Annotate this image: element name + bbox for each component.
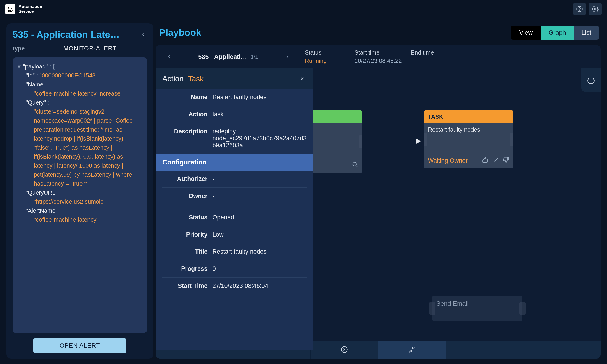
start-time-value: 10/27/23 08:45:22 xyxy=(355,57,402,65)
open-alert-button[interactable]: OPEN ALERT xyxy=(33,338,126,353)
svg-line-12 xyxy=(409,350,411,352)
thumbs-down-icon[interactable] xyxy=(503,157,509,165)
type-label: type xyxy=(13,45,28,52)
view-toggle: View Graph List xyxy=(511,26,599,40)
toolbar-close-icon[interactable] xyxy=(311,340,378,359)
status-label: Status xyxy=(305,49,345,56)
status-value: Running xyxy=(305,57,345,65)
gear-icon[interactable] xyxy=(589,3,602,15)
view-graph-tab[interactable]: Graph xyxy=(541,26,574,40)
toolbar-collapse-icon[interactable] xyxy=(378,340,446,359)
next-playbook-button[interactable] xyxy=(283,52,292,61)
content-title: Playbook xyxy=(159,27,201,38)
node-send-email[interactable]: Send Email xyxy=(432,296,523,321)
end-time-label: End time xyxy=(411,49,451,56)
check-icon[interactable] xyxy=(493,157,499,165)
prev-playbook-button[interactable] xyxy=(165,52,174,61)
type-value: MONITOR-ALERT xyxy=(33,45,147,52)
power-button[interactable] xyxy=(581,68,601,92)
node-task-restart[interactable]: TASK Restart faulty nodes Waiting Owner xyxy=(424,110,513,168)
incident-title: 535 - Application Late… xyxy=(13,29,147,40)
help-icon[interactable] xyxy=(573,3,586,15)
brand-text: Automation Service xyxy=(18,4,42,14)
sidebar: 535 - Application Late… type MONITOR-ALE… xyxy=(6,24,153,359)
end-time-value: - xyxy=(411,57,451,65)
configuration-section: Configuration xyxy=(156,154,313,170)
view-list-tab[interactable]: List xyxy=(574,26,599,40)
svg-point-4 xyxy=(353,162,357,166)
svg-point-1 xyxy=(579,10,579,11)
action-detail-panel: Action Task NameRestart faulty nodes Act… xyxy=(156,68,313,350)
brand-logo: s umo xyxy=(5,4,15,14)
svg-point-2 xyxy=(594,8,596,10)
view-label: View xyxy=(511,29,541,36)
toolbar-slot-4[interactable] xyxy=(446,340,601,359)
task-status: Waiting Owner xyxy=(428,157,468,164)
payload-json-viewer[interactable]: ▾"payload" : { "Id" : "0000000000EC1548"… xyxy=(13,57,147,333)
playbook-counter: 1/1 xyxy=(251,54,258,60)
search-icon[interactable] xyxy=(352,161,358,169)
thumbs-up-icon[interactable] xyxy=(482,157,488,165)
close-panel-button[interactable] xyxy=(298,74,307,83)
collapse-sidebar-button[interactable] xyxy=(138,29,149,40)
svg-line-11 xyxy=(413,347,415,349)
start-time-label: Start time xyxy=(355,49,402,56)
playbook-name: 535 - Applicati… xyxy=(198,53,247,60)
svg-line-5 xyxy=(356,166,357,167)
